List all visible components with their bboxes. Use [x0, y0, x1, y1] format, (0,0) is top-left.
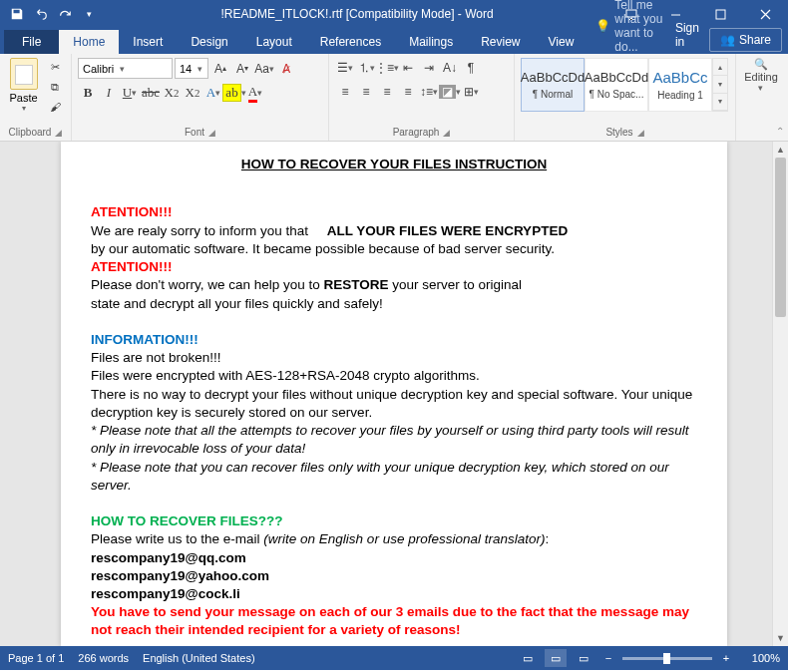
more-icon[interactable]: ▾ [713, 94, 727, 111]
show-marks-icon[interactable]: ¶ [461, 58, 481, 78]
multilevel-list-icon[interactable]: ⋮≡▾ [377, 58, 397, 78]
save-icon[interactable] [6, 3, 28, 25]
scroll-thumb[interactable] [775, 158, 786, 317]
justify-icon[interactable]: ≡ [398, 82, 418, 102]
zoom-out-icon[interactable]: − [600, 652, 616, 664]
tab-file[interactable]: File [4, 30, 59, 54]
gallery-more[interactable]: ▴▾▾ [712, 58, 728, 112]
read-mode-icon[interactable]: ▭ [517, 649, 539, 667]
paste-label: Paste [9, 92, 37, 104]
tab-mailings[interactable]: Mailings [395, 30, 467, 54]
zoom-in-icon[interactable]: + [718, 652, 734, 664]
format-painter-icon[interactable]: 🖌 [45, 98, 65, 116]
borders-icon[interactable]: ⊞▾ [461, 82, 481, 102]
sign-in-link[interactable]: Sign in [665, 16, 709, 54]
doc-text: Files are not broken!!! [91, 349, 697, 367]
share-label: Share [739, 33, 771, 47]
subscript-icon[interactable]: X2 [162, 83, 182, 103]
cut-icon[interactable]: ✂ [45, 58, 65, 76]
editing-button[interactable]: 🔍 Editing ▾ [744, 58, 778, 93]
doc-text: rescompany19@cock.li [91, 585, 697, 603]
chevron-down-icon[interactable]: ▾ [713, 76, 727, 93]
line-spacing-icon[interactable]: ↕≡▾ [419, 82, 439, 102]
align-center-icon[interactable]: ≡ [356, 82, 376, 102]
document-page[interactable]: HOW TO RECOVER YOUR FILES INSTRUCTION AT… [61, 142, 727, 646]
chevron-down-icon: ▾ [22, 104, 26, 113]
shrink-font-icon[interactable]: A▾ [232, 59, 252, 79]
qat-customize-icon[interactable]: ▾ [78, 3, 100, 25]
doc-text: Please write us to the e-mail [91, 531, 263, 546]
group-styles-label: Styles [605, 127, 632, 138]
share-button[interactable]: 👥Share [709, 28, 782, 52]
dialog-launcher-icon[interactable]: ◢ [443, 128, 450, 138]
dialog-launcher-icon[interactable]: ◢ [208, 128, 215, 138]
align-left-icon[interactable]: ≡ [335, 82, 355, 102]
collapse-ribbon-icon[interactable]: ⌃ [776, 126, 784, 137]
tab-review[interactable]: Review [467, 30, 534, 54]
paste-icon [10, 58, 38, 90]
font-size-combo[interactable]: 14▾ [175, 58, 208, 79]
scroll-down-icon[interactable]: ▼ [773, 630, 788, 646]
tab-references[interactable]: References [306, 30, 395, 54]
zoom-slider[interactable] [622, 657, 712, 660]
highlight-icon[interactable]: ab▾ [224, 83, 244, 103]
font-color-icon[interactable]: A▾ [245, 83, 265, 103]
style-heading1[interactable]: AaBbCcHeading 1 [648, 58, 712, 112]
styles-gallery[interactable]: AaBbCcDd¶ Normal AaBbCcDd¶ No Spac... Aa… [521, 58, 728, 112]
svg-rect-2 [716, 10, 725, 19]
doc-text: rescompany19@qq.com [91, 549, 697, 567]
doc-text: There is no way to decrypt your files wi… [91, 386, 697, 422]
style-nospacing[interactable]: AaBbCcDd¶ No Spac... [585, 58, 648, 112]
font-name-combo[interactable]: Calibri▾ [78, 58, 173, 79]
numbering-icon[interactable]: ⒈▾ [356, 58, 376, 78]
underline-icon[interactable]: U▾ [120, 83, 140, 103]
language-indicator[interactable]: English (United States) [143, 652, 255, 664]
bold-icon[interactable]: B [78, 83, 98, 103]
group-paragraph-label: Paragraph [393, 127, 440, 138]
undo-icon[interactable] [30, 3, 52, 25]
tell-me-search[interactable]: 💡Tell me what you want to do... [595, 0, 665, 54]
clear-formatting-icon[interactable]: A̷ [276, 59, 296, 79]
web-layout-icon[interactable]: ▭ [573, 649, 594, 667]
tab-layout[interactable]: Layout [242, 30, 306, 54]
text-effects-icon[interactable]: A▾ [203, 83, 223, 103]
copy-icon[interactable]: ⧉ [45, 78, 65, 96]
strikethrough-icon[interactable]: abc [141, 83, 161, 103]
superscript-icon[interactable]: X2 [183, 83, 202, 103]
tab-insert[interactable]: Insert [119, 30, 177, 54]
page-indicator[interactable]: Page 1 of 1 [8, 652, 64, 664]
font-size-value: 14 [180, 63, 192, 75]
increase-indent-icon[interactable]: ⇥ [419, 58, 439, 78]
scroll-up-icon[interactable]: ▲ [773, 142, 788, 158]
shading-icon[interactable]: ◪▾ [440, 82, 460, 102]
share-icon: 👥 [720, 33, 735, 47]
style-preview: AaBbCcDd [521, 70, 585, 85]
zoom-level[interactable]: 100% [740, 652, 780, 664]
print-layout-icon[interactable]: ▭ [545, 649, 567, 667]
tab-view[interactable]: View [535, 30, 589, 54]
tab-home[interactable]: Home [59, 30, 119, 54]
dialog-launcher-icon[interactable]: ◢ [637, 128, 644, 138]
align-right-icon[interactable]: ≡ [377, 82, 397, 102]
close-icon[interactable] [743, 0, 788, 28]
grow-font-icon[interactable]: A▴ [210, 59, 230, 79]
redo-icon[interactable] [54, 3, 76, 25]
bullets-icon[interactable]: ☰▾ [335, 58, 355, 78]
doc-text: HOW TO RECOVER FILES??? [91, 513, 283, 528]
decrease-indent-icon[interactable]: ⇤ [398, 58, 418, 78]
change-case-icon[interactable]: Aa▾ [254, 59, 274, 79]
group-clipboard: Paste ▾ ✂ ⧉ 🖌 Clipboard◢ [0, 54, 72, 141]
paste-button[interactable]: Paste ▾ [6, 58, 41, 113]
doc-text: Please don't worry, we can help you to [91, 277, 323, 292]
sort-icon[interactable]: A↓ [440, 58, 460, 78]
vertical-scrollbar[interactable]: ▲ ▼ [772, 142, 788, 646]
tab-design[interactable]: Design [177, 30, 241, 54]
doc-text: Files were encrypted with AES-128+RSA-20… [91, 367, 697, 385]
dialog-launcher-icon[interactable]: ◢ [55, 128, 62, 138]
chevron-up-icon[interactable]: ▴ [713, 59, 727, 76]
word-count[interactable]: 266 words [78, 652, 129, 664]
tell-me-label: Tell me what you want to do... [614, 0, 665, 54]
style-normal[interactable]: AaBbCcDd¶ Normal [521, 58, 585, 112]
editing-label: Editing [744, 71, 778, 83]
italic-icon[interactable]: I [99, 83, 119, 103]
